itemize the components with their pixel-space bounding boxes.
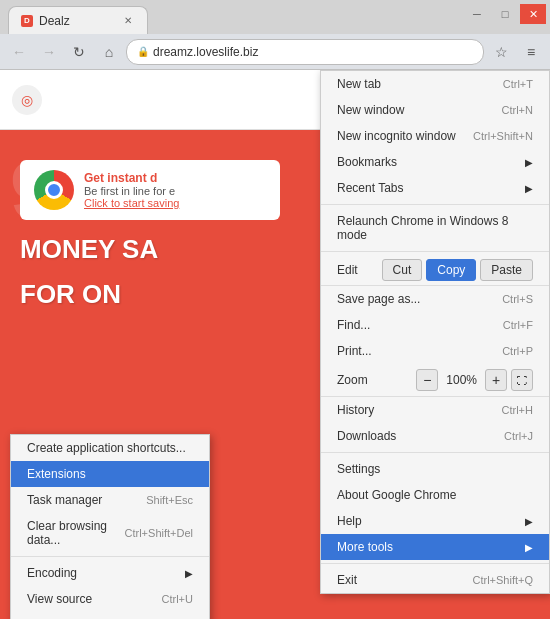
- tab-title: Dealz: [39, 14, 70, 28]
- menu-item-downloads[interactable]: Downloads Ctrl+J: [321, 423, 549, 449]
- page-header: ◎ 🛒: [0, 70, 550, 130]
- zoom-label: Zoom: [337, 373, 416, 387]
- view-source-shortcut: Ctrl+U: [162, 593, 193, 605]
- money-text-line2: FOR ON: [20, 279, 530, 310]
- more-tools-divider: [11, 556, 209, 557]
- help-arrow-icon: ▶: [525, 516, 533, 527]
- browser-window: D Dealz ✕ ─ □ ✕ ← → ↻ ⌂ 🔒 dreamz.lovesli…: [0, 0, 550, 619]
- bookmark-star-button[interactable]: ☆: [488, 39, 514, 65]
- downloads-shortcut: Ctrl+J: [504, 430, 533, 442]
- close-button[interactable]: ✕: [520, 4, 546, 24]
- tab-close-button[interactable]: ✕: [121, 14, 135, 28]
- back-button[interactable]: ←: [6, 39, 32, 65]
- address-url: dreamz.loveslife.biz: [153, 45, 258, 59]
- maximize-button[interactable]: □: [492, 4, 518, 24]
- zoom-plus-button[interactable]: +: [485, 369, 507, 391]
- exit-shortcut: Ctrl+Shift+Q: [472, 574, 533, 586]
- more-tools-submenu: Create application shortcuts... Extensio…: [10, 434, 210, 619]
- promo-box: Get instant d Be first in line for e Cli…: [20, 160, 280, 220]
- encoding-arrow-icon: ▶: [185, 568, 193, 579]
- reload-button[interactable]: ↻: [66, 39, 92, 65]
- zoom-fullscreen-button[interactable]: ⛶: [511, 369, 533, 391]
- cart-icon: 🛒: [511, 87, 538, 113]
- history-shortcut: Ctrl+H: [502, 404, 533, 416]
- window-controls: ─ □ ✕: [464, 4, 546, 24]
- menu-item-help[interactable]: Help ▶: [321, 508, 549, 534]
- menu-item-clear-browsing[interactable]: Clear browsing data... Ctrl+Shift+Del: [11, 513, 209, 553]
- menu-item-settings[interactable]: Settings: [321, 456, 549, 482]
- tab-favicon: D: [21, 15, 33, 27]
- promo-headline: Get instant d: [84, 171, 179, 185]
- menu-item-extensions[interactable]: Extensions: [11, 461, 209, 487]
- menu-item-print[interactable]: Print... Ctrl+P: [321, 338, 549, 364]
- money-text-line1: MONEY SA: [20, 234, 530, 265]
- chrome-logo: [34, 170, 74, 210]
- minimize-button[interactable]: ─: [464, 4, 490, 24]
- menu-divider-4: [321, 563, 549, 564]
- promo-subtext: Be first in line for e: [84, 185, 179, 197]
- task-manager-shortcut: Shift+Esc: [146, 494, 193, 506]
- address-lock-icon: 🔒: [137, 46, 149, 57]
- menu-item-history[interactable]: History Ctrl+H: [321, 397, 549, 423]
- promo-text: Get instant d Be first in line for e Cli…: [84, 171, 179, 209]
- menu-item-developer-tools[interactable]: Developer tools Ctrl+Shift+I: [11, 612, 209, 619]
- home-button[interactable]: ⌂: [96, 39, 122, 65]
- menu-item-view-source[interactable]: View source Ctrl+U: [11, 586, 209, 612]
- toolbar: ← → ↻ ⌂ 🔒 dreamz.loveslife.biz ☆ ≡: [0, 34, 550, 70]
- more-tools-arrow-icon: ▶: [525, 542, 533, 553]
- site-logo: ◎: [12, 85, 42, 115]
- zoom-section: Zoom − 100% + ⛶: [321, 364, 549, 397]
- menu-item-create-shortcuts[interactable]: Create application shortcuts...: [11, 435, 209, 461]
- menu-item-about[interactable]: About Google Chrome: [321, 482, 549, 508]
- menu-item-task-manager[interactable]: Task manager Shift+Esc: [11, 487, 209, 513]
- promo-link[interactable]: Click to start saving: [84, 197, 179, 209]
- menu-divider-3: [321, 452, 549, 453]
- tab-bar: D Dealz ✕ ─ □ ✕: [0, 0, 550, 34]
- address-bar[interactable]: 🔒 dreamz.loveslife.biz: [126, 39, 484, 65]
- page-content: ◎ 🛒 9 Get instant d Be first in line for…: [0, 70, 550, 619]
- print-shortcut: Ctrl+P: [502, 345, 533, 357]
- zoom-minus-button[interactable]: −: [416, 369, 438, 391]
- clear-browsing-shortcut: Ctrl+Shift+Del: [125, 527, 193, 539]
- menu-item-more-tools[interactable]: More tools ▶: [321, 534, 549, 560]
- chrome-menu-button[interactable]: ≡: [518, 39, 544, 65]
- zoom-value: 100%: [438, 373, 485, 387]
- browser-tab[interactable]: D Dealz ✕: [8, 6, 148, 34]
- menu-item-exit[interactable]: Exit Ctrl+Shift+Q: [321, 567, 549, 593]
- menu-item-encoding[interactable]: Encoding ▶: [11, 560, 209, 586]
- page-body: 9 Get instant d Be first in line for e C…: [0, 130, 550, 330]
- forward-button[interactable]: →: [36, 39, 62, 65]
